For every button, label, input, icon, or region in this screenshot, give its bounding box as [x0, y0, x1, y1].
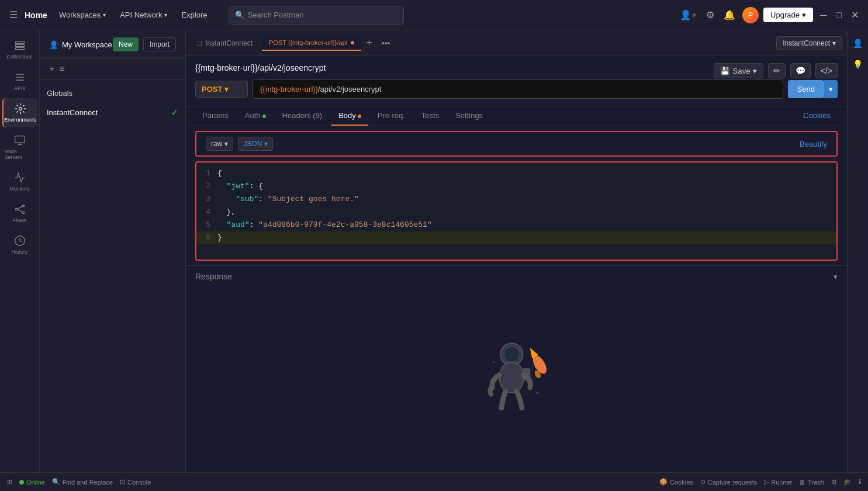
- trash-button[interactable]: 🗑 Trash: [799, 479, 824, 486]
- graduate-icon[interactable]: 🎓: [843, 478, 852, 486]
- sidebar: Collections APIs Environments Mock Serve…: [0, 30, 40, 472]
- edit-icon[interactable]: ✏: [768, 63, 786, 78]
- grid-icon[interactable]: ⊞: [831, 478, 836, 486]
- console-button[interactable]: ⊡ Console: [120, 478, 151, 486]
- settings-icon[interactable]: ⚙: [704, 7, 717, 23]
- add-tab-button[interactable]: +: [364, 34, 375, 51]
- sidebar-item-monitors[interactable]: Monitors: [2, 167, 37, 196]
- astronaut-illustration: [464, 339, 569, 421]
- add-icon[interactable]: +: [49, 64, 54, 74]
- workspace-name[interactable]: 👤 My Workspace: [49, 40, 112, 49]
- sidebar-item-mock-servers[interactable]: Mock Servers: [2, 130, 37, 165]
- save-button[interactable]: 💾 Save ▾: [714, 63, 763, 78]
- tab-instantconnect[interactable]: □ InstantConnect: [191, 36, 260, 51]
- right-panel-person-icon[interactable]: 👤: [849, 35, 866, 51]
- req-tab-auth[interactable]: Auth: [238, 106, 273, 126]
- req-tab-headers[interactable]: Headers (9): [275, 106, 330, 126]
- req-tab-tests[interactable]: Tests: [414, 106, 446, 126]
- method-selector[interactable]: POST ▾: [195, 81, 248, 98]
- topbar-actions: 👤+ ⚙ 🔔 P Upgrade ▾ ─ □ ✕: [677, 7, 861, 23]
- send-dropdown-button[interactable]: ▾: [824, 80, 838, 98]
- left-panel: 👤 My Workspace New Import + ≡ Globals In…: [40, 30, 186, 472]
- svg-rect-4: [15, 136, 25, 143]
- workspaces-nav[interactable]: Workspaces ▾: [54, 8, 110, 22]
- right-panel-lightbulb-icon[interactable]: 💡: [849, 56, 866, 72]
- environment-selector[interactable]: InstantConnect ▾: [776, 36, 842, 50]
- info-icon[interactable]: ℹ: [859, 478, 861, 486]
- upgrade-button[interactable]: Upgrade ▾: [763, 8, 813, 22]
- import-button[interactable]: Import: [143, 37, 176, 51]
- status-online[interactable]: Online: [19, 479, 45, 486]
- notifications-icon[interactable]: 🔔: [721, 7, 738, 23]
- code-editor[interactable]: 1 { 2 "jwt": { 3 "sub": "Subject goes he…: [195, 161, 838, 261]
- beautify-button[interactable]: Beautify: [800, 140, 827, 148]
- panel-actions: New Import: [113, 37, 176, 51]
- sidebar-item-apis[interactable]: APIs: [2, 67, 37, 96]
- req-tab-cookies[interactable]: Cookies: [796, 106, 838, 126]
- code-icon[interactable]: </>: [815, 63, 838, 78]
- sidebar-item-environments[interactable]: Environments: [2, 98, 37, 127]
- request-tabs: Params Auth Headers (9) Body Pre-req. Te…: [186, 106, 847, 126]
- user-icon: 👤: [49, 40, 58, 49]
- send-group: Send ▾: [788, 80, 838, 98]
- explore-nav[interactable]: Explore: [177, 8, 212, 22]
- avatar[interactable]: P: [742, 7, 759, 23]
- raw-format-selector[interactable]: raw ▾: [206, 137, 233, 151]
- code-line-4: 4 },: [196, 206, 836, 219]
- api-network-chevron-icon: ▾: [164, 12, 167, 18]
- svg-point-20: [549, 374, 551, 375]
- status-layout-icon[interactable]: ⊞: [7, 478, 12, 486]
- save-chevron-icon: ▾: [753, 67, 757, 75]
- comment-icon[interactable]: 💬: [790, 63, 811, 78]
- tab-icon: □: [198, 39, 202, 47]
- find-replace-button[interactable]: 🔍 Find and Replace: [52, 478, 113, 486]
- req-tab-settings[interactable]: Settings: [448, 106, 490, 126]
- tab-dot: [351, 41, 354, 44]
- runner-button[interactable]: ▷ Runner: [764, 478, 792, 486]
- maximize-icon[interactable]: □: [834, 8, 844, 23]
- req-tab-prereq[interactable]: Pre-req.: [371, 106, 412, 126]
- svg-rect-2: [15, 47, 24, 49]
- instantconnect-item[interactable]: InstantConnect ✓: [40, 102, 185, 123]
- body-dot: [358, 115, 361, 118]
- menu-icon[interactable]: ☰: [7, 7, 20, 23]
- invite-icon[interactable]: 👤+: [677, 7, 699, 23]
- env-chevron-icon: ▾: [832, 39, 836, 47]
- api-network-nav[interactable]: API Network ▾: [115, 8, 172, 22]
- url-input[interactable]: {{mtg-broker-url}}/api/v2/joseencrypt: [253, 79, 783, 99]
- code-line-5: 5 "aud": "a4d886b0-979f-4e2c-a958-3e8c14…: [196, 219, 836, 231]
- filter-icon[interactable]: ≡: [59, 64, 64, 74]
- close-icon[interactable]: ✕: [849, 7, 861, 23]
- auth-dot: [262, 115, 266, 118]
- tab-post[interactable]: POST {{mtg-broker-url}}/api: [262, 36, 361, 51]
- response-chevron-icon[interactable]: ▾: [834, 272, 838, 281]
- main-layout: Collections APIs Environments Mock Serve…: [0, 30, 868, 472]
- json-lang-selector[interactable]: JSON ▾: [238, 137, 273, 151]
- minimize-icon[interactable]: ─: [818, 8, 829, 23]
- sidebar-item-collections[interactable]: Collections: [2, 35, 37, 64]
- response-body: [186, 287, 847, 472]
- cookies-button[interactable]: 🍪 Cookies: [659, 478, 693, 486]
- svg-point-3: [19, 108, 22, 110]
- sidebar-item-history[interactable]: History: [2, 230, 37, 260]
- more-tabs-button[interactable]: •••: [377, 36, 395, 50]
- globals-item[interactable]: Globals: [40, 84, 185, 102]
- svg-point-7: [22, 212, 24, 213]
- find-replace-icon: 🔍: [52, 478, 60, 486]
- status-right: 🍪 Cookies ⊙ Capture requests ▷ Runner 🗑 …: [659, 478, 861, 486]
- req-tab-body[interactable]: Body: [331, 106, 368, 126]
- search-placeholder: Search Postman: [248, 11, 304, 19]
- save-icon: 💾: [720, 67, 730, 75]
- request-title: {{mtg-broker-url}}/api/v2/joseencrypt 💾 …: [195, 63, 838, 72]
- right-panel: 👤 💡: [847, 30, 868, 472]
- home-link[interactable]: Home: [25, 11, 47, 20]
- sidebar-item-flows[interactable]: Flows: [2, 199, 37, 228]
- new-button[interactable]: New: [113, 37, 139, 51]
- code-line-6: 6 }: [196, 231, 836, 244]
- search-bar[interactable]: 🔍 Search Postman: [229, 6, 404, 25]
- send-button[interactable]: Send: [788, 80, 824, 98]
- capture-requests-button[interactable]: ⊙ Capture requests: [700, 478, 757, 486]
- svg-rect-0: [15, 42, 24, 43]
- req-tab-params[interactable]: Params: [195, 106, 236, 126]
- svg-point-13: [499, 362, 524, 393]
